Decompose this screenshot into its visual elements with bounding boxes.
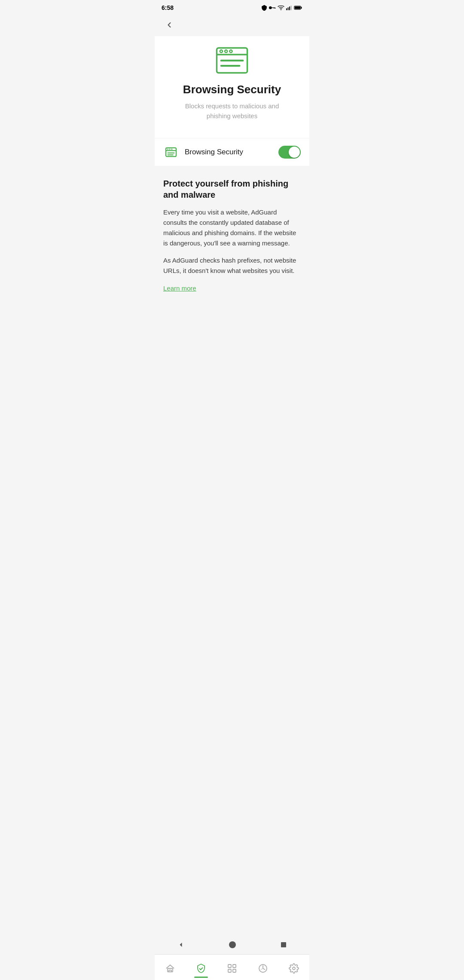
svg-rect-6 — [288, 7, 289, 10]
svg-rect-7 — [289, 6, 290, 10]
back-button[interactable] — [162, 17, 177, 33]
battery-icon — [294, 5, 302, 10]
main-content: Browsing Security Blocks requests to mal… — [155, 36, 309, 166]
svg-point-4 — [281, 9, 281, 10]
svg-point-23 — [171, 149, 172, 150]
svg-point-14 — [220, 50, 223, 52]
svg-point-0 — [269, 6, 272, 9]
info-section: Protect yourself from phishing and malwa… — [155, 166, 309, 301]
status-icons — [261, 5, 302, 11]
shield-status-icon — [261, 5, 267, 11]
svg-point-21 — [167, 149, 168, 150]
svg-point-15 — [225, 50, 227, 52]
signal-icon — [286, 5, 292, 10]
learn-more-link[interactable]: Learn more — [163, 285, 196, 292]
status-time: 6:58 — [162, 4, 174, 11]
toggle-label: Browsing Security — [185, 148, 278, 156]
svg-rect-10 — [301, 7, 302, 9]
svg-rect-11 — [295, 6, 300, 9]
hero-section: Browsing Security Blocks requests to mal… — [155, 36, 309, 138]
status-bar: 6:58 — [155, 0, 309, 14]
toggle-row-icon — [163, 144, 179, 160]
browsing-security-toggle[interactable] — [278, 146, 301, 159]
info-heading: Protect yourself from phishing and malwa… — [163, 178, 301, 200]
key-icon — [269, 6, 276, 10]
svg-rect-5 — [286, 8, 287, 10]
info-paragraph-1: Every time you visit a website, AdGuard … — [163, 207, 301, 248]
wifi-icon — [278, 5, 284, 10]
svg-point-22 — [169, 149, 171, 150]
page-title: Browsing Security — [183, 83, 281, 96]
svg-point-16 — [229, 50, 232, 52]
toggle-row: Browsing Security — [155, 138, 309, 166]
info-paragraph-2: As AdGuard checks hash prefixes, not web… — [163, 255, 301, 276]
browser-security-icon — [215, 46, 249, 74]
top-navigation — [155, 14, 309, 36]
page-subtitle: Blocks requests to malicious and phishin… — [165, 101, 299, 121]
svg-rect-8 — [291, 6, 292, 10]
